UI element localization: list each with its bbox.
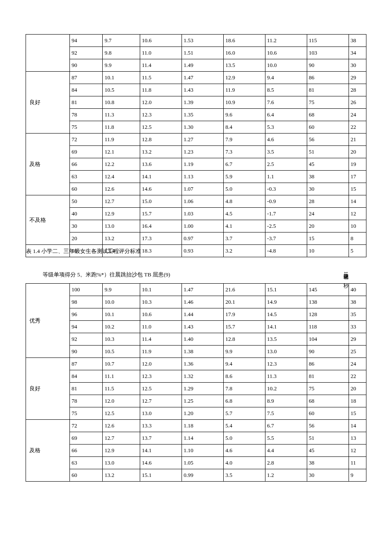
data-cell: 15 <box>307 232 349 245</box>
data-cell: 19 <box>349 158 366 171</box>
data-cell: 1.20 <box>182 407 223 420</box>
data-cell: 145 <box>307 284 349 296</box>
data-cell: 63 <box>70 457 103 469</box>
data-cell: 87 <box>70 72 103 84</box>
data-cell: 11.9 <box>223 84 265 96</box>
data-cell: 128 <box>307 308 349 321</box>
data-cell: 13.3 <box>140 420 182 432</box>
data-cell: 29 <box>349 333 366 346</box>
data-cell: 10.1 <box>103 308 140 321</box>
data-cell: 8.6 <box>223 370 265 383</box>
data-cell: 9.4 <box>265 72 307 84</box>
data-cell: 1.06 <box>182 195 223 208</box>
data-cell: 1.18 <box>182 420 223 432</box>
data-cell: 17.9 <box>223 308 265 321</box>
data-cell: 4.4 <box>265 445 307 457</box>
data-cell: 9.9 <box>103 284 140 296</box>
table2-header-right: 踢毽子 1/3 秒 <box>342 270 349 279</box>
data-cell: 5.7 <box>223 407 265 420</box>
data-cell: 3.5 <box>265 146 307 158</box>
grade-cell: 良好 <box>26 358 70 420</box>
table-row: 表 1.4 小学二、三年级女生各测试工程评分标准1013.418.30.933.… <box>26 245 366 257</box>
data-cell: 1.39 <box>182 96 223 109</box>
data-cell: 87 <box>70 358 103 370</box>
data-cell: 6.8 <box>223 395 265 407</box>
data-cell: 5.0 <box>223 183 265 195</box>
table-row: 909.911.41.4913.510.09030 <box>26 59 366 72</box>
data-cell: 11.5 <box>103 383 140 395</box>
data-cell: 60 <box>70 183 103 195</box>
data-cell: 5.4 <box>223 420 265 432</box>
data-cell: 94 <box>70 35 103 47</box>
table-row: 6013.215.10.993.51.2309 <box>26 469 366 482</box>
data-cell: 72 <box>70 420 103 432</box>
data-cell: 21.6 <box>223 284 265 296</box>
data-cell: 104 <box>307 333 349 346</box>
data-cell: 10.7 <box>103 358 140 370</box>
table-row: 及格7212.613.31.185.46.75614 <box>26 420 366 432</box>
data-cell: 9.6 <box>223 109 265 121</box>
data-cell: 7.9 <box>223 134 265 146</box>
grade-cell: 优秀 <box>26 284 70 358</box>
data-cell: 1.05 <box>182 457 223 469</box>
data-cell: 40 <box>349 284 366 296</box>
data-cell: 11.9 <box>140 346 182 358</box>
data-cell: 11.8 <box>140 84 182 96</box>
data-cell: 14.1 <box>140 445 182 457</box>
data-cell: 2.5 <box>265 158 307 171</box>
data-cell: 10 <box>349 220 366 232</box>
data-cell: 69 <box>70 432 103 445</box>
data-cell: 3.2 <box>223 245 265 257</box>
data-cell: 2.8 <box>265 457 307 469</box>
grade-cell: 及格 <box>26 420 70 482</box>
data-cell: 51 <box>307 146 349 158</box>
data-cell: 75 <box>307 383 349 395</box>
data-cell: 15 <box>349 407 366 420</box>
data-cell: 60 <box>307 407 349 420</box>
data-cell: 5.0 <box>223 432 265 445</box>
data-cell: 12.8 <box>140 134 182 146</box>
data-cell: 17.3 <box>140 232 182 245</box>
table-row: 7812.012.71.256.88.96818 <box>26 395 366 407</box>
data-cell: 28 <box>307 195 349 208</box>
data-cell: 60 <box>70 469 103 482</box>
data-cell: 14.5 <box>265 308 307 321</box>
data-cell: 13 <box>349 432 366 445</box>
data-cell: 1.1 <box>265 171 307 183</box>
table-row: 7511.812.51.308.45.36022 <box>26 121 366 134</box>
data-cell: 66 <box>70 445 103 457</box>
data-cell: 96 <box>70 308 103 321</box>
data-cell: 56 <box>307 420 349 432</box>
data-cell: 12 <box>349 445 366 457</box>
data-cell: 1.29 <box>182 383 223 395</box>
data-cell: 7.6 <box>265 96 307 109</box>
data-cell: 5.9 <box>223 171 265 183</box>
data-cell: 12.5 <box>140 121 182 134</box>
data-cell: 15 <box>349 183 366 195</box>
data-cell: 1.43 <box>182 321 223 333</box>
data-cell: 13.0 <box>103 220 140 232</box>
data-cell: 11.3 <box>103 109 140 121</box>
data-cell: 1.30 <box>182 121 223 134</box>
data-cell: 18.3 <box>140 245 182 257</box>
data-cell: 25 <box>349 346 366 358</box>
table-row: 9410.211.01.4315.714.111833 <box>26 321 366 333</box>
data-cell: 13.6 <box>140 158 182 171</box>
data-cell: 81 <box>70 96 103 109</box>
data-cell: 1.14 <box>182 432 223 445</box>
data-cell: 13.0 <box>265 346 307 358</box>
data-cell: 3.7 <box>223 232 265 245</box>
data-cell: 1.2 <box>265 469 307 482</box>
data-cell: 1.23 <box>182 146 223 158</box>
data-cell: 10.5 <box>103 346 140 358</box>
data-cell: 0.93 <box>182 245 223 257</box>
data-cell: 10.6 <box>140 35 182 47</box>
table-row: 7811.312.31.359.66.46824 <box>26 109 366 121</box>
table-row: 良好8710.712.01.369.412.38624 <box>26 358 366 370</box>
data-cell: 12.9 <box>223 72 265 84</box>
table-caption: 表 1.4 小学二、三年级女生各测试工程评分标准 <box>26 247 141 255</box>
data-cell: 94 <box>70 321 103 333</box>
data-cell: 86 <box>307 358 349 370</box>
data-cell: 1.19 <box>182 158 223 171</box>
data-cell: 75 <box>307 96 349 109</box>
